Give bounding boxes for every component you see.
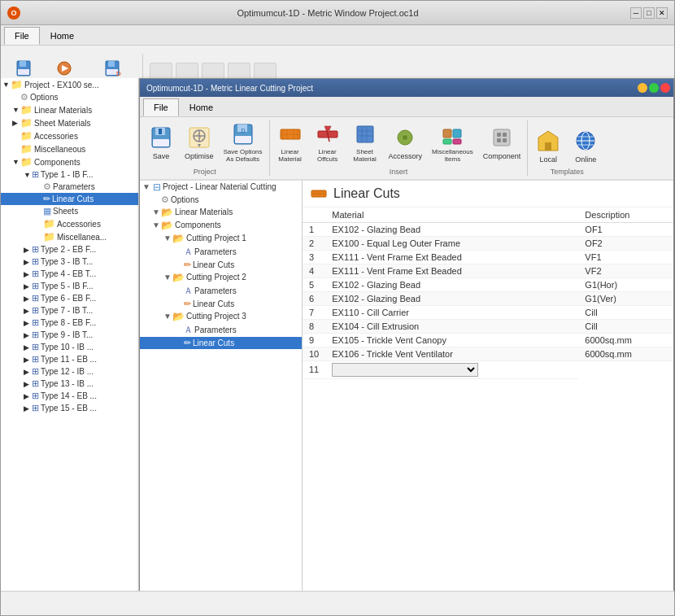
table-row[interactable]: 2EX100 - Equal Leg Outer FrameOF2	[303, 236, 673, 250]
inner-minimize-button[interactable]	[638, 83, 647, 93]
outer-window: O Optimumcut-1D - Metric Window Project.…	[0, 0, 675, 616]
tree-item-cp2-cuts[interactable]: ✏ Linear Cuts	[140, 298, 302, 310]
inner-maximize-button[interactable]	[649, 83, 659, 93]
outer-tree-type9[interactable]: ▶ ⊞ Type 9 - IB T...	[1, 329, 138, 341]
tree-item-cp3-params[interactable]: Ａ Parameters	[140, 323, 302, 337]
table-row[interactable]: 1EX102 - Glazing BeadOF1	[303, 222, 673, 236]
sheet-material-button[interactable]: SheetMaterial	[347, 119, 383, 166]
outer-tree-misc[interactable]: 📁 Miscellaneous	[1, 142, 138, 155]
row-description: G1(Ver)	[578, 291, 673, 305]
tree-item-cp1-params[interactable]: Ａ Parameters	[140, 245, 302, 259]
row-number: 1	[303, 222, 325, 236]
tree-project-label: Project - Linear Naterial Cutting	[163, 182, 277, 191]
table-row[interactable]: 11	[303, 360, 673, 378]
outer-tree-type13[interactable]: ▶ ⊞ Type 13 - IB ...	[1, 378, 138, 390]
outer-tab-file[interactable]: File	[4, 27, 40, 45]
outer-tree-type2[interactable]: ▶ ⊞ Type 2 - EB F...	[1, 243, 138, 256]
inner-optimise-button[interactable]: Optimise	[181, 122, 218, 163]
outer-tree-type1-params[interactable]: ⚙ Parameters	[1, 181, 138, 193]
tree-item-cp1[interactable]: ▼ 📂 Cutting Project 1	[140, 232, 302, 245]
outer-tree-type1-sheets[interactable]: ▦ Sheets	[1, 205, 138, 217]
table-row[interactable]: 4EX111 - Vent Frame Ext BeadedVF2	[303, 264, 673, 277]
gear-icon: ⚙	[20, 92, 28, 103]
outer-tree-type1-cuts[interactable]: ✏ Linear Cuts	[1, 193, 138, 205]
component-button[interactable]: Component	[479, 122, 525, 163]
expander: ▼	[12, 106, 20, 114]
inner-saveoptions-button[interactable]: D Save OptionsAs Defaults	[220, 119, 267, 166]
expander: ▶	[24, 258, 32, 266]
component-icon	[489, 125, 515, 151]
material-select[interactable]	[332, 363, 478, 377]
tree-item-cp2[interactable]: ▼ 📂 Cutting Project 2	[140, 271, 302, 284]
tree-item-project[interactable]: ▼ ⊟ Project - Linear Naterial Cutting	[140, 181, 302, 194]
tree-item-cp2-params[interactable]: Ａ Parameters	[140, 284, 302, 298]
outer-tree-sheet-materials[interactable]: ▶ 📁 Sheet Materials	[1, 116, 138, 129]
expander: ▶	[24, 307, 32, 315]
row-number: 11	[303, 360, 325, 378]
outer-tree-type10[interactable]: ▶ ⊞ Type 10 - IB ...	[1, 341, 138, 353]
outer-tree-type8[interactable]: ▶ ⊞ Type 8 - EB F...	[1, 317, 138, 329]
outer-tree-type4[interactable]: ▶ ⊞ Type 4 - EB T...	[1, 268, 138, 280]
outer-tree-linear-materials[interactable]: ▼ 📁 Linear Materials	[1, 103, 138, 116]
minimize-button[interactable]: ─	[630, 7, 642, 19]
outer-tree-options[interactable]: ⚙ Options	[1, 91, 138, 103]
table-row[interactable]: 5EX102 - Glazing BeadG1(Hor)	[303, 277, 673, 291]
outer-tree-type3[interactable]: ▶ ⊞ Type 3 - IB T...	[1, 256, 138, 268]
outer-tree-type7[interactable]: ▶ ⊞ Type 7 - IB T...	[1, 304, 138, 317]
table-row[interactable]: 6EX102 - Glazing BeadG1(Ver)	[303, 291, 673, 305]
outer-tree-type6[interactable]: ▶ ⊞ Type 6 - EB F...	[1, 292, 138, 304]
misc-items-button[interactable]: MiscellaneousItems	[428, 119, 477, 166]
inner-close-button[interactable]	[660, 83, 670, 93]
table-row[interactable]: 8EX104 - Cill ExtrusionCill	[303, 319, 673, 333]
outer-tree-type11[interactable]: ▶ ⊞ Type 11 - EB ...	[1, 353, 138, 365]
table-row[interactable]: 10EX106 - Trickle Vent Ventilator6000sq.…	[303, 347, 673, 360]
status-bar	[1, 591, 674, 615]
folder-icon: 📂	[172, 311, 185, 322]
inner-window-controls	[638, 83, 670, 93]
outer-tree-accessories[interactable]: 📁 Accessories	[1, 129, 138, 142]
outer-tree-type1-misc[interactable]: 📁 Miscellanea...	[1, 230, 138, 243]
outer-tree-type14-label: Type 14 - EB ...	[41, 391, 97, 400]
table-row[interactable]: 9EX105 - Trickle Vent Canopy6000sq.mm	[303, 333, 673, 347]
svg-rect-21	[235, 136, 251, 143]
inner-tab-file[interactable]: File	[143, 98, 179, 116]
online-button[interactable]: Online	[568, 125, 603, 166]
linear-material-button[interactable]: LinearMaterial	[272, 119, 308, 166]
outer-tree-project[interactable]: ▼ 📁 Project - EX100 se...	[1, 78, 138, 91]
outer-tree-type15[interactable]: ▶ ⊞ Type 15 - EB ...	[1, 402, 138, 414]
outer-tree-lm-label: Linear Materials	[34, 106, 92, 115]
outer-tree-components[interactable]: ▼ 📁 Components	[1, 155, 138, 168]
svg-rect-45	[503, 133, 507, 137]
project-group-label: Project	[143, 168, 267, 176]
tree-item-options[interactable]: ⚙ Options	[140, 194, 302, 206]
outer-tree-type1[interactable]: ▼ ⊞ Type 1 - IB F...	[1, 168, 138, 181]
row-material: EX102 - Glazing Bead	[325, 222, 578, 236]
inner-toolbar: Save	[140, 117, 673, 181]
outer-tree-type7-label: Type 7 - IB T...	[41, 306, 93, 315]
tree-item-cp1-cuts[interactable]: ✏ Linear Cuts	[140, 259, 302, 271]
outer-tree-type12[interactable]: ▶ ⊞ Type 12 - IB ...	[1, 365, 138, 378]
outer-tree-type5[interactable]: ▶ ⊞ Type 5 - IB F...	[1, 280, 138, 292]
tree-item-cp3[interactable]: ▼ 📂 Cutting Project 3	[140, 310, 302, 323]
linear-offcuts-button[interactable]: LinearOffcuts	[310, 119, 346, 166]
tree-item-linear-materials[interactable]: ▼ 📂 Linear Materials	[140, 206, 302, 219]
tree-item-cp3-cuts[interactable]: ✏ Linear Cuts	[140, 337, 302, 349]
accessory-button[interactable]: Accessory	[385, 122, 427, 163]
inner-tab-home[interactable]: Home	[179, 98, 224, 116]
outer-tree-type2-label: Type 2 - EB F...	[41, 245, 96, 254]
outer-tree-type1-acc-label: Accessories	[57, 220, 101, 229]
table-row[interactable]: 7EX110 - Cill CarrierCill	[303, 305, 673, 319]
outer-tree-type1-acc[interactable]: 📁 Accessories	[1, 217, 138, 230]
svg-rect-1	[20, 61, 26, 67]
local-button[interactable]: Local	[530, 125, 566, 166]
outer-tree-type14[interactable]: ▶ ⊞ Type 14 - EB ...	[1, 390, 138, 402]
tree-item-components[interactable]: ▼ 📂 Components	[140, 219, 302, 232]
close-button[interactable]: ✕	[656, 7, 668, 19]
inner-save-button[interactable]: Save	[143, 122, 179, 163]
outer-tab-home[interactable]: Home	[40, 27, 85, 45]
params-icon: Ａ	[184, 246, 193, 258]
tree-cp3-params-label: Parameters	[194, 325, 237, 334]
table-row[interactable]: 3EX111 - Vent Frame Ext BeadedVF1	[303, 250, 673, 264]
maximize-button[interactable]: □	[643, 7, 655, 19]
folder-icon: 📂	[161, 207, 173, 218]
